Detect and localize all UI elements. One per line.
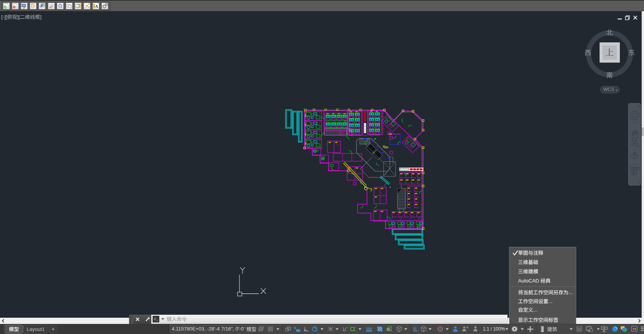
svg-text:AutoCAD: AutoCAD [518,278,539,284]
svg-text:][: ][ [17,14,20,20]
svg-text:...: ... [568,290,573,295]
svg-text:...: ... [548,299,553,304]
svg-text:...: ... [533,307,537,313]
svg-text:]: ] [40,14,41,20]
svg-text:[-][: [-][ [1,14,7,20]
svg-text:A: A [95,4,98,9]
